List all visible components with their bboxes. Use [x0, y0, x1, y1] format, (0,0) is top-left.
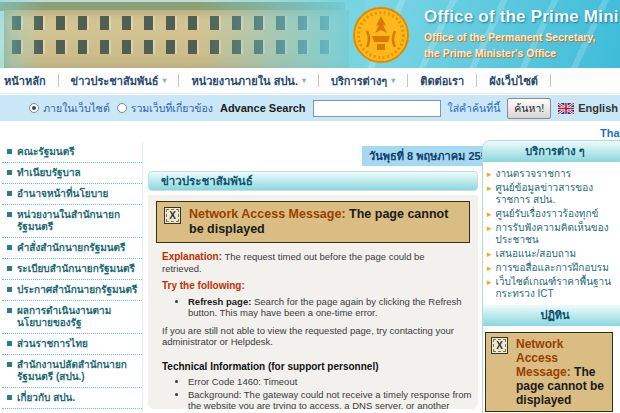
service-item-label: การขอสื่อและการฝึกอบรม [496, 262, 609, 274]
arrow-bullet-icon: ▸ [487, 168, 492, 180]
banner-titles: Office of the Prime Minister Office of t… [424, 7, 620, 59]
square-bullet-icon [7, 395, 12, 400]
english-link-label: English [578, 102, 618, 114]
service-item-inspection[interactable]: ▸งานตรวจราชการ [487, 167, 620, 181]
section-header-news: ข่าวประชาสัมพันธ์ [148, 171, 478, 191]
sidebar-item-opm-executives[interactable]: ผู้บริหาร สปน. [2, 409, 142, 413]
sidebar-item-pm-orders[interactable]: คำสั่งสำนักนายกรัฐมนตรี [2, 238, 142, 259]
square-bullet-icon [7, 191, 12, 196]
nav-home[interactable]: หน้าหลัก [0, 72, 58, 90]
sidebar-item-policy-results[interactable]: ผลการดำเนินงานตามนโยบายของรัฐ [2, 301, 142, 334]
sidebar-item-label: คำสั่งสำนักนายกรัฐมนตรี [17, 242, 125, 254]
sidebar-item-label: ทำเนียบรัฐบาล [17, 167, 81, 179]
nav-sitemap-label: ผังเว็บไซต์ [489, 72, 538, 90]
service-item-suggestions[interactable]: ▸เสนอแนะ/สอบถาม [487, 247, 620, 261]
sidebar-item-label: เกี่ยวกับ สปน. [17, 392, 75, 404]
sidebar-item-label: สำนักงานปลัดสำนักนายกรัฐมนตรี (สปน.) [17, 359, 140, 383]
search-button[interactable]: ค้นหา! [507, 98, 551, 119]
nav-services[interactable]: บริการต่างๆ▾ [319, 72, 407, 90]
sidebar-item-authority-policy[interactable]: อำนาจหน้าที่นโยบาย [2, 184, 142, 205]
service-item-media-training[interactable]: ▸การขอสื่อและการฝึกอบรม [487, 261, 620, 275]
services-box: บริการต่าง ๆ ▸งานตรวจราชการ ▸ศูนย์ข้อมูล… [482, 140, 620, 413]
arrow-bullet-icon: ▸ [487, 248, 492, 260]
service-item-label: เสนอแนะ/สอบถาม [496, 248, 577, 260]
advance-search-label: Advance Search [220, 102, 306, 114]
error-title-box: X Network Access Message: The page canno… [156, 201, 470, 243]
garuda-emblem-icon [352, 6, 410, 64]
service-item-label: ศูนย์ข้อมูลข่าวสารของราชการ สปน. [496, 182, 620, 206]
sidebar-item-pm-regulations[interactable]: ระเบียบสำนักนายกรัฐมนตรี [2, 259, 142, 280]
broken-page-icon: X [491, 337, 508, 354]
technical-info-title: Technical Information (for support perso… [162, 361, 464, 373]
calendar-error-wrap: X Network Access Message: The page canno… [483, 326, 620, 413]
square-bullet-icon [7, 245, 12, 250]
service-item-ict-pricing[interactable]: ▸เว็บไซต์เกณฑ์ราคาพื้นฐานกระทรวง ICT [487, 275, 620, 301]
sidebar-item-opm-office[interactable]: สำนักงานปลัดสำนักนายกรัฐมนตรี (สปน.) [2, 355, 142, 388]
date-badge: วันพุธที่ 8 พฤษภาคม 2556 [362, 146, 500, 166]
sidebar-item-label: คณะรัฐมนตรี [17, 146, 75, 158]
sidebar-item-cabinet[interactable]: คณะรัฐมนตรี [2, 142, 142, 163]
search-bar: ภายในเว็บไซต์ รวมเว็บที่เกี่ยวข้อง Advan… [0, 95, 620, 121]
english-link[interactable]: English [558, 102, 618, 114]
right-error-title-box: X Network Access Message: The page canno… [485, 332, 613, 412]
error-suggestions: Refresh page: Search for the page again … [188, 296, 472, 319]
sidebar-item-pm-announcements[interactable]: ประกาศสำนักนายกรัฐมนตรี [2, 280, 142, 301]
services-list: ▸งานตรวจราชการ ▸ศูนย์ข้อมูลข่าวสารของราช… [483, 162, 620, 305]
right-error-title-label: Network Access Message: [516, 337, 571, 379]
radio-related-sites[interactable]: รวมเว็บที่เกี่ยวข้อง [117, 100, 213, 117]
square-bullet-icon [7, 212, 12, 217]
thai-link[interactable]: Thai [600, 127, 620, 139]
radio-within-site-label: ภายในเว็บไซต์ [43, 100, 110, 117]
sidebar-item-label: ประกาศสำนักนายกรัฐมนตรี [17, 284, 137, 296]
service-item-label: งานตรวจราชการ [496, 168, 572, 180]
refresh-label: Refresh page: [188, 296, 251, 307]
uk-flag-icon [558, 103, 574, 114]
nav-home-label: หน้าหลัก [4, 72, 46, 90]
service-item-public-hearing[interactable]: ▸การรับฟังความคิดเห็นของประชาชน [487, 221, 620, 247]
nav-internal-units[interactable]: หน่วยงานภายใน สปน.▾ [179, 72, 318, 90]
service-item-label: ศูนย์รับเรื่องราวร้องทุกข์ [496, 208, 599, 220]
thai-link-row: Thai [600, 123, 620, 141]
search-input[interactable] [313, 100, 441, 117]
radio-within-site[interactable]: ภายในเว็บไซต์ [29, 100, 110, 117]
sidebar-item-government-house[interactable]: ทำเนียบรัฐบาล [2, 163, 142, 184]
square-bullet-icon [7, 308, 12, 313]
nav-sitemap[interactable]: ผังเว็บไซต์ [477, 72, 550, 90]
main-nav: หน้าหลัก ข่าวประชาสัมพันธ์▾ หน่วยงานภายใ… [0, 68, 620, 94]
error-panel: X Network Access Message: The page canno… [148, 195, 478, 409]
sidebar-item-thai-agencies[interactable]: ส่วนราชการไทย [2, 334, 142, 355]
service-item-complaints[interactable]: ▸ศูนย์รับเรื่องราวร้องทุกข์ [487, 207, 620, 221]
header-banner: Office of the Prime Minister Office of t… [0, 0, 620, 68]
nav-news-label: ข่าวประชาสัมพันธ์ [71, 72, 159, 90]
service-item-info-center[interactable]: ▸ศูนย์ข้อมูลข่าวสารของราชการ สปน. [487, 181, 620, 207]
nav-contact-label: ติดต่อเรา [420, 72, 464, 90]
sidebar-item-label: ระเบียบสำนักนายกรัฐมนตรี [17, 263, 135, 275]
services-header: บริการต่าง ๆ [483, 141, 620, 162]
sidebar-item-pm-office-units[interactable]: หน่วยงานในสำนักนายกรัฐมนตรี [2, 205, 142, 238]
arrow-bullet-icon: ▸ [487, 276, 492, 288]
nav-internal-units-label: หน่วยงานภายใน สปน. [191, 72, 298, 90]
nav-services-label: บริการต่างๆ [331, 72, 387, 90]
sidebar-item-about-opm[interactable]: เกี่ยวกับ สปน. [2, 388, 142, 409]
technical-info-list: Error Code 1460: Timeout Background: The… [188, 376, 472, 409]
service-item-label: การรับฟังความคิดเห็นของประชาชน [496, 222, 620, 246]
site-subtitle-2: the Prime Minister's Office [424, 47, 620, 59]
tech-item-error-code: Error Code 1460: Timeout [188, 376, 472, 388]
sidebar-item-label: อำนาจหน้าที่นโยบาย [17, 188, 108, 200]
site-subtitle-1: Office of the Permanent Secretary, [424, 31, 620, 43]
error-title-label: Network Access Message: [189, 207, 346, 221]
broken-page-icon: X [164, 207, 181, 224]
service-item-label: เว็บไซต์เกณฑ์ราคาพื้นฐานกระทรวง ICT [496, 276, 620, 300]
right-error-title: Network Access Message: The page cannot … [516, 337, 607, 407]
left-sidebar: คณะรัฐมนตรี ทำเนียบรัฐบาล อำนาจหน้าที่นโ… [2, 142, 143, 413]
refresh-suggestion: Refresh page: Search for the page again … [188, 296, 472, 319]
right-sidebar: บริการต่าง ๆ ▸งานตรวจราชการ ▸ศูนย์ข้อมูล… [482, 140, 620, 413]
nav-news[interactable]: ข่าวประชาสัมพันธ์▾ [59, 72, 179, 90]
explanation-label: Explanation: [162, 251, 222, 262]
chevron-down-icon: ▾ [162, 76, 166, 85]
chevron-down-icon: ▾ [302, 76, 306, 85]
nav-contact[interactable]: ติดต่อเรา [408, 72, 476, 90]
radio-related-sites-label: รวมเว็บที่เกี่ยวข้อง [131, 100, 213, 117]
sidebar-item-label: ส่วนราชการไทย [17, 338, 88, 350]
tech-item-background: Background: The gateway could not receiv… [188, 389, 472, 410]
